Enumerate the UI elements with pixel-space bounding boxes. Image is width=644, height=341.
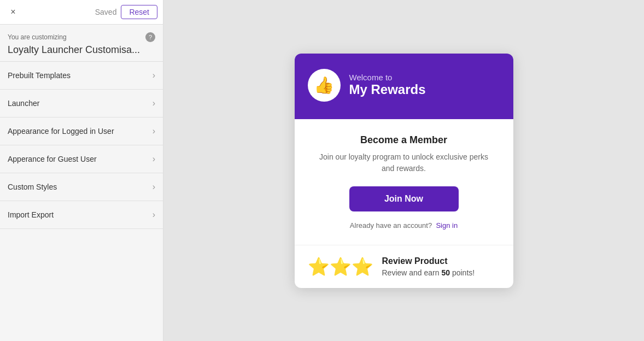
nav-item-custom-styles[interactable]: Custom Styles › bbox=[0, 173, 163, 201]
nav-item-appearance-logged-user[interactable]: Appearance for Logged in User › bbox=[0, 117, 163, 145]
chevron-right-icon: › bbox=[153, 154, 155, 164]
customizing-title: Loyalty Launcher Customisa... bbox=[8, 44, 155, 56]
widget-header-text: Welcome to My Rewards bbox=[349, 73, 426, 97]
widget-body: Become a Member Join our loyalty program… bbox=[295, 119, 513, 288]
rewards-title: My Rewards bbox=[349, 82, 426, 97]
close-button[interactable]: × bbox=[5, 4, 21, 20]
review-section: ⭐⭐⭐ Review Product Review and earn 50 po… bbox=[295, 245, 513, 288]
become-member-desc: Join our loyalty program to unlock exclu… bbox=[312, 151, 496, 174]
nav-items: Prebuilt Templates › Launcher › Appearan… bbox=[0, 62, 163, 341]
widget-logo: 👍 bbox=[308, 69, 341, 102]
become-member-title: Become a Member bbox=[312, 134, 496, 146]
customizing-row: You are customizing ? bbox=[8, 32, 155, 42]
nav-item-label: Launcher bbox=[8, 99, 39, 108]
widget-header: 👍 Welcome to My Rewards bbox=[295, 54, 513, 119]
nav-item-label: Prebuilt Templates bbox=[8, 71, 71, 80]
widget-card: 👍 Welcome to My Rewards Become a Member … bbox=[295, 54, 513, 288]
customizing-section: You are customizing ? Loyalty Launcher C… bbox=[0, 25, 163, 62]
chevron-right-icon: › bbox=[153, 70, 155, 80]
nav-item-label: Apperance for Guest User bbox=[8, 155, 97, 163]
review-product-title: Review Product bbox=[382, 256, 475, 266]
already-account-prefix: Already have an account? bbox=[350, 221, 432, 230]
nav-item-prebuilt-templates[interactable]: Prebuilt Templates › bbox=[0, 62, 163, 90]
left-panel: × Saved Reset You are customizing ? Loya… bbox=[0, 0, 163, 341]
welcome-text: Welcome to bbox=[349, 73, 426, 82]
saved-label: Saved bbox=[95, 8, 117, 16]
nav-item-appearance-guest-user[interactable]: Apperance for Guest User › bbox=[0, 145, 163, 173]
review-points: 50 bbox=[441, 268, 450, 277]
review-product-desc: Review and earn 50 points! bbox=[382, 268, 475, 277]
review-info: Review Product Review and earn 50 points… bbox=[382, 256, 475, 277]
customizing-label: You are customizing bbox=[8, 33, 67, 41]
chevron-right-icon: › bbox=[153, 182, 155, 192]
review-stars-icon: ⭐⭐⭐ bbox=[308, 256, 373, 277]
nav-item-label: Import Export bbox=[8, 210, 54, 219]
reset-button[interactable]: Reset bbox=[121, 5, 157, 19]
become-member-section: Become a Member Join our loyalty program… bbox=[295, 119, 513, 245]
close-icon: × bbox=[10, 7, 15, 17]
already-account-text: Already have an account? Sign in bbox=[312, 221, 496, 230]
nav-item-label: Custom Styles bbox=[8, 183, 57, 191]
chevron-right-icon: › bbox=[153, 98, 155, 108]
right-area: 👍 Welcome to My Rewards Become a Member … bbox=[163, 0, 644, 341]
nav-item-label: Appearance for Logged in User bbox=[8, 127, 114, 136]
chevron-right-icon: › bbox=[153, 210, 155, 220]
nav-item-launcher[interactable]: Launcher › bbox=[0, 90, 163, 117]
sign-in-link[interactable]: Sign in bbox=[436, 221, 458, 230]
review-desc-suffix: points! bbox=[450, 268, 475, 277]
join-now-button[interactable]: Join Now bbox=[349, 186, 459, 211]
help-icon[interactable]: ? bbox=[145, 32, 155, 42]
top-bar: × Saved Reset bbox=[0, 0, 163, 25]
chevron-right-icon: › bbox=[153, 126, 155, 136]
logo-emoji: 👍 bbox=[314, 75, 334, 95]
review-desc-prefix: Review and earn bbox=[382, 268, 442, 277]
nav-item-import-export[interactable]: Import Export › bbox=[0, 201, 163, 229]
